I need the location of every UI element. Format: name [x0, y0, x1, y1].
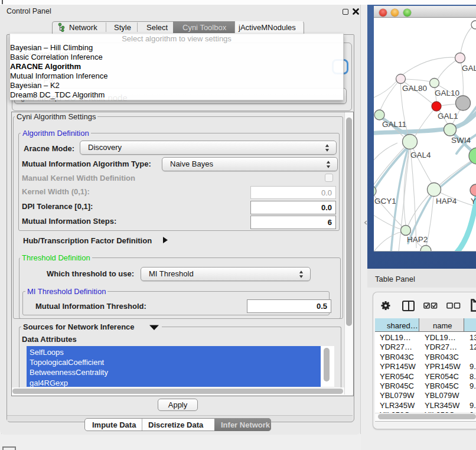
- svg-text:GAL11: GAL11: [382, 120, 406, 129]
- svg-text:GAL10: GAL10: [435, 89, 459, 97]
- svg-text:GAL4: GAL4: [410, 151, 431, 159]
- svg-text:GAL2: GAL2: [462, 64, 476, 73]
- svg-text:SWI4: SWI4: [451, 136, 471, 145]
- svg-text:HAP2: HAP2: [407, 235, 428, 244]
- svg-text:HAP4: HAP4: [436, 197, 457, 206]
- svg-text:GAL1: GAL1: [438, 112, 458, 120]
- svg-text:GCY1: GCY1: [374, 197, 396, 206]
- svg-text:YM: YM: [471, 197, 476, 206]
- svg-text:GAL80: GAL80: [402, 84, 427, 93]
